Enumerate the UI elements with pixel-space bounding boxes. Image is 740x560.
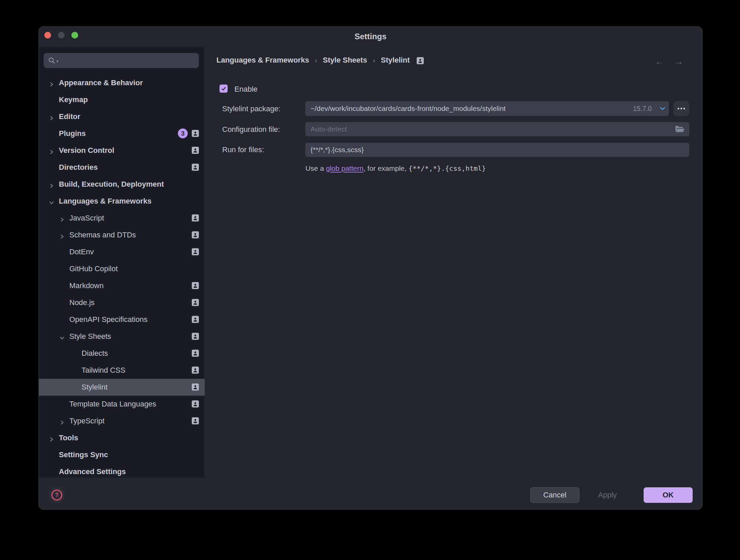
settings-window: Settings ▾ Appearance & Behavior Keymap … (39, 26, 702, 510)
settings-sync-indicator (192, 130, 199, 137)
sidebar-item-javascript[interactable]: JavaScript (39, 210, 205, 227)
settings-sync-indicator (192, 147, 199, 154)
sidebar-item-label: Tailwind CSS (82, 366, 125, 375)
help-button[interactable]: ? (49, 487, 65, 503)
settings-sync-icon (192, 333, 199, 340)
settings-sync-indicator (192, 400, 199, 407)
chevron-spacer (56, 300, 67, 305)
sidebar-item-template-data-languages[interactable]: Template Data Languages (39, 396, 205, 413)
chevron-collapsed-icon[interactable] (46, 80, 57, 86)
config-file-input[interactable]: Auto-detect (305, 122, 689, 136)
notification-badge: 3 (178, 129, 188, 138)
settings-sync-indicator (192, 417, 199, 424)
chevron-spacer (56, 317, 67, 322)
sidebar-item-label: Style Sheets (69, 332, 111, 341)
sidebar-item-label: Dialects (82, 349, 108, 358)
chevron-collapsed-icon[interactable] (46, 435, 57, 441)
settings-sync-icon (192, 350, 199, 357)
sidebar-item-appearance-behavior[interactable]: Appearance & Behavior (39, 74, 205, 91)
more-options-icon (677, 108, 685, 110)
settings-sync-indicator (192, 282, 199, 289)
checkmark-icon (221, 86, 227, 92)
chevron-spacer (56, 266, 67, 272)
hint-text: , for example, (364, 164, 409, 172)
browse-folder-button[interactable] (675, 125, 685, 135)
sidebar-item-build-execution-deployment[interactable]: Build, Execution, Deployment (39, 176, 205, 193)
cancel-button[interactable]: Cancel (530, 487, 579, 503)
settings-sync-indicator (192, 214, 199, 221)
sidebar-item-style-sheets[interactable]: Style Sheets (39, 328, 205, 345)
search-input[interactable]: ▾ (44, 53, 199, 68)
sidebar-item-label: Node.js (69, 298, 95, 307)
settings-sync-indicator (192, 164, 199, 171)
chevron-expanded-icon[interactable] (56, 334, 67, 339)
sidebar-item-label: Appearance & Behavior (59, 78, 143, 87)
breadcrumb-item-style-sheets[interactable]: Style Sheets (323, 56, 367, 65)
history-nav: ← → (655, 56, 683, 67)
breadcrumb-item-languages-frameworks[interactable]: Languages & Frameworks (216, 56, 309, 65)
sidebar-item-openapi-specifications[interactable]: OpenAPI Specifications (39, 311, 205, 328)
browse-package-button[interactable] (673, 101, 689, 116)
chevron-spacer (69, 351, 79, 356)
sidebar-item-advanced-settings[interactable]: Advanced Settings (39, 463, 205, 478)
settings-sync-indicator (192, 333, 199, 340)
breadcrumb-separator: › (373, 56, 375, 64)
chevron-collapsed-icon[interactable] (46, 182, 57, 187)
hint-text: Use a (305, 164, 326, 172)
window-title: Settings (39, 32, 702, 41)
chevron-collapsed-icon[interactable] (46, 114, 57, 119)
sidebar-item-label: JavaScript (69, 214, 104, 223)
settings-sync-indicator (192, 316, 199, 323)
sidebar-item-typescript[interactable]: TypeScript (39, 413, 205, 429)
sidebar-item-label: Version Control (59, 146, 114, 155)
sidebar-item-tailwind-css[interactable]: Tailwind CSS (39, 362, 205, 379)
glob-pattern-link[interactable]: glob pattern (326, 164, 364, 172)
search-options-caret-icon[interactable]: ▾ (56, 59, 59, 64)
settings-sync-icon (192, 282, 199, 289)
chevron-spacer (56, 401, 67, 407)
sidebar-item-tools[interactable]: Tools (39, 429, 205, 446)
sidebar-item-markdown[interactable]: Markdown (39, 277, 205, 294)
chevron-expanded-icon[interactable] (46, 199, 57, 204)
chevron-spacer (46, 97, 57, 102)
sidebar-item-node-js[interactable]: Node.js (39, 294, 205, 311)
chevron-collapsed-icon[interactable] (56, 232, 67, 238)
sidebar-item-dialects[interactable]: Dialects (39, 345, 205, 362)
sidebar-item-languages-frameworks[interactable]: Languages & Frameworks (39, 193, 205, 210)
sidebar-item-label: Advanced Settings (59, 467, 126, 476)
chevron-collapsed-icon[interactable] (56, 418, 67, 424)
sidebar-item-directories[interactable]: Directories (39, 159, 205, 176)
sidebar-item-github-copilot[interactable]: GitHub Copilot (39, 260, 205, 277)
enable-checkbox[interactable] (219, 85, 228, 93)
sidebar-item-editor[interactable]: Editor (39, 108, 205, 125)
sidebar-item-label: Editor (59, 112, 80, 121)
sidebar-item-version-control[interactable]: Version Control (39, 142, 205, 159)
sidebar-item-plugins[interactable]: Plugins3 (39, 125, 205, 142)
sidebar-item-label: Build, Execution, Deployment (59, 180, 164, 189)
sidebar-item-stylelint[interactable]: Stylelint (39, 379, 205, 396)
stylelint-package-combobox[interactable]: ~/dev/work/incubator/cards/cards-front/n… (305, 101, 669, 116)
folder-icon (675, 125, 685, 134)
sidebar-item-keymap[interactable]: Keymap (39, 91, 205, 108)
settings-sync-indicator (192, 299, 199, 306)
sidebar-item-schemas-and-dtds[interactable]: Schemas and DTDs (39, 227, 205, 243)
ok-button[interactable]: OK (644, 487, 693, 503)
run-for-files-label: Run for files: (222, 145, 264, 154)
breadcrumb-item-stylelint[interactable]: Stylelint (381, 56, 410, 65)
chevron-collapsed-icon[interactable] (46, 148, 57, 153)
back-arrow-icon[interactable]: ← (655, 56, 664, 67)
settings-sidebar: ▾ Appearance & Behavior Keymap Editor Pl… (39, 47, 205, 478)
apply-button[interactable]: Apply (586, 487, 629, 503)
settings-sync-indicator (192, 383, 199, 391)
sidebar-item-settings-sync[interactable]: Settings Sync (39, 446, 205, 463)
chevron-spacer (46, 469, 57, 474)
forward-arrow-icon[interactable]: → (674, 56, 683, 67)
sidebar-item-dotenv[interactable]: DotEnv (39, 243, 205, 260)
settings-sync-icon (192, 231, 199, 238)
package-path-value: ~/dev/work/incubator/cards/cards-front/n… (310, 101, 506, 116)
chevron-collapsed-icon[interactable] (56, 215, 67, 221)
settings-sync-indicator (192, 248, 199, 255)
package-dropdown-button[interactable] (656, 101, 669, 116)
run-for-files-input[interactable]: {**/*,*}.{css,scss} (305, 143, 689, 157)
chevron-spacer (56, 283, 67, 288)
